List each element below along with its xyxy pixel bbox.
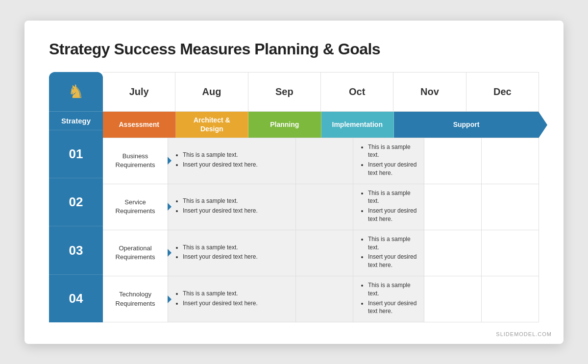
- text-cell-right-row3: This is a sample text. Insert your desir…: [353, 230, 424, 276]
- empty-nov-row1: [424, 138, 482, 184]
- watermark: SLIDEMODEL.COM: [496, 331, 552, 337]
- text-cell-left-row4: This is a sample text. Insert your desir…: [168, 276, 296, 322]
- empty-oct-row2: [296, 184, 353, 230]
- arrow-icon-row3: [168, 249, 172, 257]
- req-label-row2: Service Requirements: [116, 198, 155, 216]
- sidebar-row-4: 04: [49, 274, 103, 322]
- list-item: Insert your desired text here.: [183, 161, 289, 169]
- row-number-3: 03: [69, 243, 83, 258]
- empty-oct-row3: [296, 230, 353, 276]
- slide-container: Strategy Success Measures Planning & Goa…: [24, 21, 564, 344]
- text-cell-left-row1: This is a sample text. Insert your desir…: [168, 138, 296, 184]
- empty-nov-row4: [424, 276, 482, 322]
- arrow-icon-row4: [168, 295, 172, 303]
- text-list-right-row1: This is a sample text. Insert your desir…: [360, 143, 417, 179]
- list-item: This is a sample text.: [183, 290, 289, 298]
- empty-dec-row1: [482, 138, 539, 184]
- list-item: This is a sample text.: [183, 197, 289, 205]
- month-nov: Nov: [393, 73, 466, 111]
- sidebar-strategy-label: Strategy: [49, 111, 103, 130]
- req-cell-row3: Operational Requirements: [103, 230, 168, 276]
- sidebar-row-1: 01: [49, 130, 103, 178]
- empty-oct-row4: [296, 276, 353, 322]
- text-cell-right-row1: This is a sample text. Insert your desir…: [353, 138, 424, 184]
- month-dec: Dec: [466, 73, 539, 111]
- list-item: This is a sample text.: [183, 151, 289, 159]
- month-oct: Oct: [321, 73, 393, 111]
- empty-dec-row3: [482, 230, 539, 276]
- req-label-row1: Business Requirements: [116, 152, 155, 170]
- list-item: Insert your desired text here.: [368, 161, 417, 177]
- list-item: Insert your desired text here.: [183, 253, 289, 261]
- list-item: Insert your desired text here.: [368, 207, 417, 223]
- list-item: This is a sample text.: [368, 235, 417, 252]
- arrow-icon-row1: [168, 157, 172, 165]
- text-list-left-row2: This is a sample text. Insert your desir…: [175, 197, 289, 217]
- row-number-2: 02: [69, 194, 83, 210]
- gantt-wrapper: ♞ Strategy 01 02 03 04: [49, 72, 539, 323]
- list-item: Insert your desired text here.: [368, 253, 417, 269]
- phase-planning: Planning: [248, 112, 321, 138]
- sidebar-rows: 01 02 03 04: [49, 130, 103, 323]
- sidebar-row-3: 03: [49, 226, 103, 274]
- list-item: Insert your desired text here.: [183, 299, 289, 308]
- list-item: Insert your desired text here.: [368, 299, 417, 316]
- slide-title: Strategy Success Measures Planning & Goa…: [49, 40, 539, 58]
- req-label-row4: Technology Requirements: [116, 290, 155, 308]
- arrow-icon-row2: [168, 203, 172, 211]
- req-cell-row2: Service Requirements: [103, 184, 168, 230]
- phase-support: Support: [394, 112, 539, 138]
- list-item: This is a sample text.: [183, 243, 289, 252]
- list-item: This is a sample text.: [368, 143, 417, 160]
- text-list-left-row3: This is a sample text. Insert your desir…: [175, 243, 289, 263]
- phase-assessment: Assessment: [103, 112, 176, 138]
- list-item: Insert your desired text here.: [183, 207, 289, 215]
- text-list-left-row4: This is a sample text. Insert your desir…: [175, 290, 289, 309]
- data-rows: Business Requirements This is a sample t…: [103, 138, 539, 322]
- text-cell-right-row2: This is a sample text. Insert your desir…: [353, 184, 424, 230]
- text-list-right-row2: This is a sample text. Insert your desir…: [360, 189, 417, 225]
- month-july: July: [103, 73, 175, 111]
- sidebar-row-2: 02: [49, 178, 103, 226]
- text-list-left-row1: This is a sample text. Insert your desir…: [175, 151, 289, 170]
- table-row: Operational Requirements This is a sampl…: [103, 230, 539, 276]
- month-header-row: July Aug Sep Oct Nov Dec: [103, 73, 539, 112]
- sidebar-icon-area: ♞: [49, 72, 103, 111]
- row-number-4: 04: [69, 291, 83, 306]
- empty-oct-row1: [296, 138, 353, 184]
- empty-nov-row2: [424, 184, 482, 230]
- phase-row: Assessment Architect &Design Planning Im…: [103, 112, 539, 138]
- month-aug: Aug: [175, 73, 248, 111]
- req-cell-row1: Business Requirements: [103, 138, 168, 184]
- text-cell-left-row3: This is a sample text. Insert your desir…: [168, 230, 296, 276]
- table-row: Technology Requirements This is a sample…: [103, 276, 539, 322]
- text-cell-left-row2: This is a sample text. Insert your desir…: [168, 184, 296, 230]
- text-cell-right-row4: This is a sample text. Insert your desir…: [353, 276, 424, 322]
- text-list-right-row3: This is a sample text. Insert your desir…: [360, 235, 417, 271]
- empty-dec-row4: [482, 276, 539, 322]
- sidebar: ♞ Strategy 01 02 03 04: [49, 72, 103, 323]
- table-row: Service Requirements This is a sample te…: [103, 184, 539, 230]
- list-item: This is a sample text.: [368, 281, 417, 298]
- empty-dec-row2: [482, 184, 539, 230]
- month-sep: Sep: [248, 73, 321, 111]
- row-number-1: 01: [69, 146, 83, 162]
- req-cell-row4: Technology Requirements: [103, 276, 168, 322]
- list-item: This is a sample text.: [368, 189, 417, 206]
- main-table: July Aug Sep Oct Nov Dec Assessment Arch…: [103, 72, 539, 323]
- phase-implementation: Implementation: [321, 112, 394, 138]
- empty-nov-row3: [424, 230, 482, 276]
- text-list-right-row4: This is a sample text. Insert your desir…: [360, 281, 417, 317]
- table-row: Business Requirements This is a sample t…: [103, 138, 539, 184]
- chess-knight-icon: ♞: [68, 81, 84, 102]
- phase-architect: Architect &Design: [176, 112, 249, 138]
- req-label-row3: Operational Requirements: [116, 244, 155, 262]
